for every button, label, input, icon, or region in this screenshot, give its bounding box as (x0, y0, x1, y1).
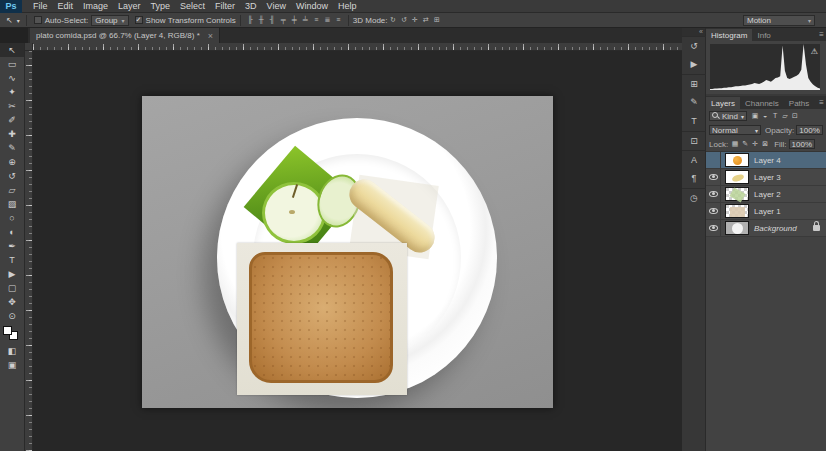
blend-mode-dropdown[interactable]: Normal ▾ (709, 125, 761, 135)
menu-window[interactable]: Window (291, 0, 333, 13)
layer-row-layer-2[interactable]: Layer 2 (706, 186, 826, 203)
clone-stamp-tool[interactable]: ⊕ (0, 155, 24, 169)
ruler-origin-corner[interactable] (25, 43, 33, 51)
visibility-toggle[interactable] (706, 169, 721, 186)
zoom-tool[interactable]: ⊙ (0, 309, 24, 323)
actions-panel-icon[interactable]: ▶ (682, 55, 706, 74)
close-tab-icon[interactable]: × (208, 31, 213, 41)
lasso-tool[interactable]: ∿ (0, 71, 24, 85)
layer-row-layer-1[interactable]: Layer 1 (706, 203, 826, 220)
canvas[interactable] (142, 96, 553, 408)
document-tab[interactable]: plato comida.psd @ 66.7% (Layer 4, RGB/8… (30, 28, 220, 43)
rectangle-tool[interactable]: ▢ (0, 281, 24, 295)
layer-thumbnail[interactable] (725, 170, 749, 184)
distribute-right-icon[interactable]: ≡ (333, 16, 344, 24)
spot-healing-brush-tool[interactable]: ✚ (0, 127, 24, 141)
filter-smart-objects-icon[interactable]: ⊡ (790, 112, 800, 120)
path-selection-tool[interactable]: ▶ (0, 267, 24, 281)
filter-pixel-layers-icon[interactable]: ▣ (750, 112, 760, 120)
filter-shape-layers-icon[interactable]: ▱ (780, 112, 790, 120)
menu-filter[interactable]: Filter (210, 0, 240, 13)
histogram-cache-warning-icon[interactable]: ⚠ (811, 47, 818, 56)
layer-row-layer-4[interactable]: Layer 4 (706, 152, 826, 169)
layer-row-layer-3[interactable]: Layer 3 (706, 169, 826, 186)
tab-layers[interactable]: Layers (706, 97, 740, 109)
layer-thumbnail[interactable] (725, 187, 749, 201)
menu-type[interactable]: Type (146, 0, 176, 13)
layer-row-background[interactable]: Background (706, 220, 826, 237)
align-bottom-edges-icon[interactable]: ╧ (300, 16, 311, 24)
layer-thumbnail[interactable] (725, 204, 749, 218)
layer-thumbnail[interactable] (725, 221, 749, 235)
visibility-toggle[interactable] (706, 186, 721, 203)
auto-select-scope-dropdown[interactable]: Group ▾ (91, 15, 128, 26)
layer-thumbnail[interactable] (725, 153, 749, 167)
brush-tool[interactable]: ✎ (0, 141, 24, 155)
3d-rotate-icon[interactable]: ↻ (388, 16, 399, 24)
align-left-edges-icon[interactable]: ╟ (245, 16, 256, 24)
menu-help[interactable]: Help (333, 0, 362, 13)
tab-channels[interactable]: Channels (740, 97, 784, 109)
panel-menu-icon[interactable]: ≡ (819, 98, 824, 107)
visibility-toggle[interactable] (706, 203, 721, 220)
gradient-tool[interactable]: ▨ (0, 197, 24, 211)
quick-mask-button[interactable]: ◧ (0, 344, 24, 358)
auto-select-checkbox[interactable] (34, 16, 42, 24)
quick-selection-tool[interactable]: ✦ (0, 85, 24, 99)
move-tool[interactable]: ↖ (0, 43, 24, 57)
blur-tool[interactable]: ○ (0, 211, 24, 225)
visibility-toggle[interactable] (706, 220, 721, 237)
history-brush-tool[interactable]: ↺ (0, 169, 24, 183)
tab-paths[interactable]: Paths (784, 97, 814, 109)
foreground-color-swatch[interactable] (3, 326, 12, 335)
menu-3d[interactable]: 3D (240, 0, 262, 13)
workspace-switcher[interactable]: Motion ▾ (743, 15, 815, 26)
eraser-tool[interactable]: ▱ (0, 183, 24, 197)
paragraph-panel-icon[interactable]: ¶ (682, 169, 706, 188)
screen-mode-button[interactable]: ▣ (0, 358, 24, 372)
color-swatches[interactable] (0, 325, 24, 342)
filter-adjustment-layers-icon[interactable]: ◒ (760, 112, 770, 120)
rectangular-marquee-tool[interactable]: ▭ (0, 57, 24, 71)
move-tool-preset-icon[interactable]: ↖ (4, 16, 15, 25)
brush-presets-panel-icon[interactable]: ✎ (682, 93, 706, 112)
opacity-value[interactable]: 100% (796, 125, 822, 135)
3d-roll-icon[interactable]: ↺ (399, 16, 410, 24)
clone-source-panel-icon[interactable]: ⊡ (682, 131, 706, 150)
visibility-toggle[interactable] (706, 152, 721, 169)
menu-file[interactable]: File (28, 0, 53, 13)
align-top-edges-icon[interactable]: ╤ (278, 16, 289, 24)
dodge-tool[interactable]: ◐ (0, 225, 24, 239)
3d-scale-icon[interactable]: ⊞ (432, 16, 443, 24)
menu-layer[interactable]: Layer (113, 0, 146, 13)
vertical-ruler[interactable] (25, 51, 33, 451)
crop-tool[interactable]: ✂ (0, 99, 24, 113)
3d-drag-icon[interactable]: ✛ (410, 16, 421, 24)
fill-value[interactable]: 100% (789, 139, 815, 149)
tab-info[interactable]: Info (752, 29, 775, 41)
filter-kind-dropdown[interactable]: Kind ▾ (709, 111, 747, 121)
timeline-panel-icon[interactable]: ◷ (682, 188, 706, 207)
align-right-edges-icon[interactable]: ╢ (267, 16, 278, 24)
lock-pixels-icon[interactable]: ✎ (740, 140, 750, 148)
show-transform-checkbox[interactable]: ✓ (135, 16, 143, 24)
menu-image[interactable]: Image (78, 0, 113, 13)
bread-photo-layer[interactable] (237, 243, 407, 395)
3d-slide-icon[interactable]: ⇄ (421, 16, 432, 24)
align-vertical-centers-icon[interactable]: ╪ (289, 16, 300, 24)
panel-menu-icon[interactable]: ≡ (819, 30, 824, 39)
align-horizontal-centers-icon[interactable]: ╫ (256, 16, 267, 24)
menu-edit[interactable]: Edit (53, 0, 79, 13)
eyedropper-tool[interactable]: ✐ (0, 113, 24, 127)
menu-view[interactable]: View (262, 0, 291, 13)
distribute-center-icon[interactable]: ≣ (322, 16, 333, 24)
pen-tool[interactable]: ✒ (0, 239, 24, 253)
lock-position-icon[interactable]: ✛ (750, 140, 760, 148)
character-panel-icon[interactable]: A (682, 150, 706, 169)
dock-collapse-button[interactable]: « (682, 28, 705, 36)
history-panel-icon[interactable]: ↺ (682, 36, 706, 55)
distribute-left-icon[interactable]: ≡ (311, 16, 322, 24)
hand-tool[interactable]: ✥ (0, 295, 24, 309)
swatches-panel-icon[interactable]: ⊞ (682, 74, 706, 93)
tab-histogram[interactable]: Histogram (706, 29, 752, 41)
